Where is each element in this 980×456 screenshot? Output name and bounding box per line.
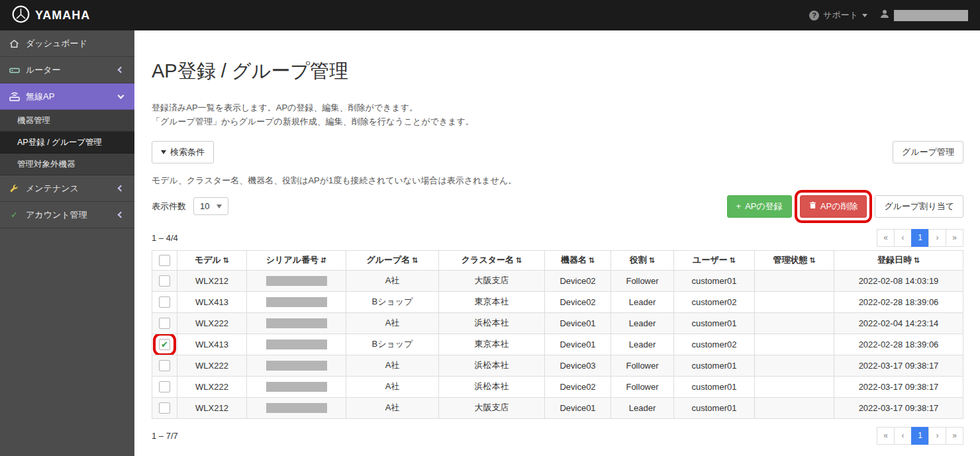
display-count: 表示件数 10 bbox=[152, 197, 228, 215]
sort-icon[interactable]: ⇅ bbox=[914, 256, 920, 264]
cell-role: Leader bbox=[611, 334, 674, 355]
display-count-select[interactable]: 10 bbox=[193, 197, 228, 215]
column-header[interactable]: 役割⇅ bbox=[611, 250, 674, 270]
search-condition-label: 検索条件 bbox=[170, 146, 205, 158]
page-first-button[interactable]: « bbox=[877, 427, 895, 445]
cell-user: customer01 bbox=[674, 312, 755, 334]
column-header[interactable]: シリアル番号⇵ bbox=[247, 250, 346, 270]
column-header[interactable]: グループ名⇅ bbox=[346, 250, 439, 270]
cell-status bbox=[755, 397, 834, 418]
column-header[interactable]: クラスター名⇅ bbox=[439, 250, 545, 270]
cell-group: A社 bbox=[346, 270, 439, 291]
row-checkbox[interactable] bbox=[159, 360, 170, 371]
sidebar-item-label: メンテナンス bbox=[26, 183, 79, 195]
column-header[interactable]: モデル⇅ bbox=[177, 250, 247, 270]
sidebar-item-label: 機器管理 bbox=[17, 115, 50, 126]
sidebar-item-device-management[interactable]: 機器管理 bbox=[0, 110, 134, 132]
redacted-serial bbox=[266, 382, 327, 392]
user-menu[interactable] bbox=[879, 9, 968, 22]
table-row: WLX222A社浜松本社Device02Followercustomer0120… bbox=[152, 376, 963, 397]
sidebar-item-wireless-ap[interactable]: 無線AP bbox=[0, 83, 134, 110]
sort-icon[interactable]: ⇵ bbox=[320, 256, 326, 264]
main-content: AP登録 / グループ管理 登録済みAP一覧を表示します。APの登録、編集、削除… bbox=[134, 30, 980, 456]
column-label: クラスター名 bbox=[462, 255, 514, 265]
page-last-button[interactable]: » bbox=[946, 427, 963, 445]
display-count-value: 10 bbox=[200, 201, 209, 211]
sort-icon[interactable]: ⇅ bbox=[223, 256, 229, 264]
row-checkbox[interactable] bbox=[159, 381, 170, 392]
page-last-button[interactable]: » bbox=[946, 229, 963, 247]
row-checkbox[interactable]: ✔ bbox=[159, 339, 170, 350]
cell-model: WLX212 bbox=[177, 397, 247, 418]
page-prev-button[interactable]: ‹ bbox=[894, 427, 912, 445]
page-number-button[interactable]: 1 bbox=[911, 229, 929, 247]
ap-table: モデル⇅シリアル番号⇵グループ名⇅クラスター名⇅機器名⇅役割⇅ユーザー⇅管理状態… bbox=[152, 250, 963, 419]
sidebar-item-label: ダッシュボード bbox=[26, 38, 87, 50]
redacted-serial bbox=[266, 276, 327, 286]
home-icon bbox=[9, 39, 20, 48]
page-first-button[interactable]: « bbox=[877, 229, 895, 247]
cell-status bbox=[755, 334, 834, 355]
redacted-serial bbox=[266, 340, 327, 349]
cell-date: 2022-03-17 09:38:17 bbox=[834, 376, 963, 397]
search-condition-button[interactable]: 検索条件 bbox=[152, 141, 214, 163]
result-range-top: 1 – 4/4 bbox=[152, 233, 178, 243]
cell-serial bbox=[247, 270, 346, 291]
cell-status bbox=[755, 312, 834, 334]
sidebar: ダッシュボード ルーター 無線AP bbox=[0, 30, 134, 456]
page-next-button[interactable]: › bbox=[928, 427, 946, 445]
yamaha-logo-icon bbox=[12, 5, 30, 26]
group-manage-button[interactable]: グループ管理 bbox=[893, 141, 963, 163]
column-label: シリアル番号 bbox=[266, 255, 318, 265]
cell-user: customer01 bbox=[674, 270, 755, 291]
sort-icon[interactable]: ⇅ bbox=[412, 256, 418, 264]
ap-delete-button[interactable]: APの削除 bbox=[800, 195, 867, 218]
sidebar-item-ap-registration[interactable]: AP登録 / グループ管理 bbox=[0, 132, 134, 154]
row-checkbox[interactable] bbox=[159, 402, 170, 414]
ap-register-button[interactable]: + APの登録 bbox=[727, 195, 792, 218]
row-checkbox[interactable] bbox=[159, 296, 170, 308]
page-prev-button[interactable]: ‹ bbox=[894, 229, 912, 247]
support-menu[interactable]: ? サポート bbox=[809, 9, 867, 21]
page-next-button[interactable]: › bbox=[928, 229, 946, 247]
cell-device: Device02 bbox=[545, 291, 611, 312]
sort-icon[interactable]: ⇅ bbox=[649, 256, 655, 264]
column-label: 管理状態 bbox=[773, 255, 807, 265]
cell-status bbox=[755, 291, 834, 312]
checkbox-cell bbox=[152, 270, 177, 291]
redacted-serial bbox=[266, 361, 327, 371]
column-header[interactable]: 登録日時⇅ bbox=[834, 250, 963, 270]
cell-date: 2022-02-04 14:23:14 bbox=[834, 312, 963, 334]
sidebar-item-maintenance[interactable]: メンテナンス bbox=[0, 175, 134, 202]
checkbox-cell bbox=[152, 291, 177, 312]
cell-model: WLX222 bbox=[177, 355, 247, 376]
column-header[interactable]: 管理状態⇅ bbox=[755, 250, 834, 270]
row-checkbox[interactable] bbox=[159, 318, 170, 329]
pagination-top: « ‹ 1 › » bbox=[877, 229, 963, 247]
column-header[interactable]: ユーザー⇅ bbox=[674, 250, 755, 270]
group-manage-label: グループ管理 bbox=[902, 146, 954, 158]
sort-icon[interactable]: ⇅ bbox=[809, 256, 815, 264]
group-assign-button[interactable]: グループ割り当て bbox=[875, 195, 963, 218]
sort-icon[interactable]: ⇅ bbox=[516, 256, 522, 264]
cell-model: WLX222 bbox=[177, 312, 247, 334]
sort-icon[interactable]: ⇅ bbox=[589, 256, 595, 264]
select-all-header bbox=[152, 250, 177, 270]
table-body: WLX212A社大阪支店Device02Followercustomer0120… bbox=[152, 270, 963, 418]
cell-date: 2022-03-17 09:38:17 bbox=[834, 397, 963, 418]
trash-icon bbox=[809, 201, 816, 211]
brand-name: YAMAHA bbox=[35, 9, 90, 23]
cell-model: WLX222 bbox=[177, 376, 247, 397]
column-header[interactable]: 機器名⇅ bbox=[545, 250, 611, 270]
page-number-button[interactable]: 1 bbox=[911, 427, 929, 445]
cell-role: Follower bbox=[611, 355, 674, 376]
sidebar-item-account-management[interactable]: ✓ アカウント管理 bbox=[0, 202, 134, 228]
sort-icon[interactable]: ⇅ bbox=[730, 256, 736, 264]
column-label: 登録日時 bbox=[877, 255, 912, 265]
sidebar-item-router[interactable]: ルーター bbox=[0, 57, 134, 83]
cell-user: customer02 bbox=[674, 291, 755, 312]
select-all-checkbox[interactable] bbox=[159, 255, 170, 266]
row-checkbox[interactable] bbox=[159, 275, 170, 287]
sidebar-item-unmanaged-devices[interactable]: 管理対象外機器 bbox=[0, 154, 134, 175]
sidebar-item-dashboard[interactable]: ダッシュボード bbox=[0, 30, 134, 57]
